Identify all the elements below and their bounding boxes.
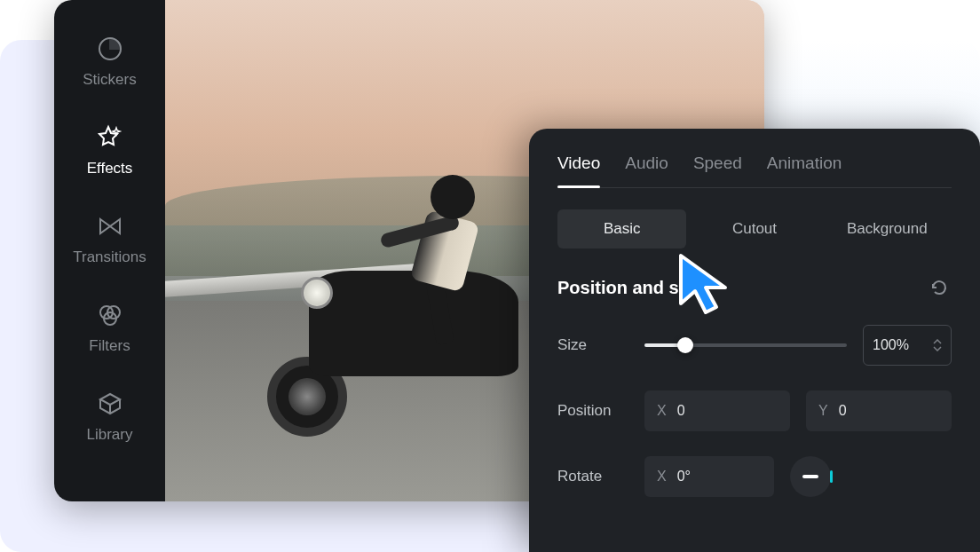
rotate-x-input[interactable]: X 0° [644,456,774,497]
transitions-icon [97,213,123,240]
size-slider-thumb[interactable] [677,337,693,353]
section-title: Position and size [557,278,702,298]
sub-tabs: Basic Cutout Background [557,209,952,248]
sidebar-item-stickers[interactable]: Stickers [54,18,165,106]
sidebar-item-label: Effects [87,160,133,177]
size-row: Size 100% [557,325,952,366]
sidebar-item-library[interactable]: Library [54,373,165,461]
sidebar-item-transitions[interactable]: Transitions [54,195,165,284]
tab-video[interactable]: Video [557,154,600,187]
properties-tabs: Video Audio Speed Animation [557,154,952,188]
sidebar-item-label: Filters [89,337,130,355]
sidebar-item-effects[interactable]: Effects [54,106,165,195]
position-row: Position X 0 Y 0 [557,390,952,431]
size-value-input[interactable]: 100% [863,325,952,366]
x-prefix: X [657,469,667,485]
library-icon [97,390,123,417]
position-label: Position [557,402,628,420]
tab-audio[interactable]: Audio [625,154,668,187]
properties-panel: Video Audio Speed Animation Basic Cutout… [529,129,980,552]
filters-icon [97,302,123,328]
tab-animation[interactable]: Animation [767,154,842,187]
effects-icon [97,124,123,151]
position-y-value: 0 [839,403,847,419]
position-x-value: 0 [677,403,685,419]
stickers-icon [97,35,123,62]
y-prefix: Y [818,403,828,419]
x-prefix: X [657,403,667,419]
size-label: Size [557,336,628,354]
subtab-cutout[interactable]: Cutout [690,209,818,248]
size-value: 100% [873,337,909,353]
tab-speed[interactable]: Speed [693,154,742,187]
sidebar-item-label: Stickers [83,71,136,89]
position-x-input[interactable]: X 0 [644,390,790,431]
stepper-icon[interactable] [933,326,945,365]
section-header: Position and size [557,275,952,300]
subtab-basic[interactable]: Basic [557,209,686,248]
rotate-x-value: 0° [677,469,691,485]
rotate-row: Rotate X 0° [557,456,952,497]
sidebar-item-label: Library [87,426,133,444]
reset-button[interactable] [927,275,952,300]
size-slider[interactable] [644,343,847,347]
sidebar-item-filters[interactable]: Filters [54,284,165,373]
rotate-dial[interactable] [790,456,831,497]
sidebar: Stickers Effects Transitions [54,0,165,501]
sidebar-item-label: Transitions [73,248,146,266]
rotate-label: Rotate [557,468,628,485]
subtab-background[interactable]: Background [823,209,952,248]
position-y-input[interactable]: Y 0 [806,390,952,431]
